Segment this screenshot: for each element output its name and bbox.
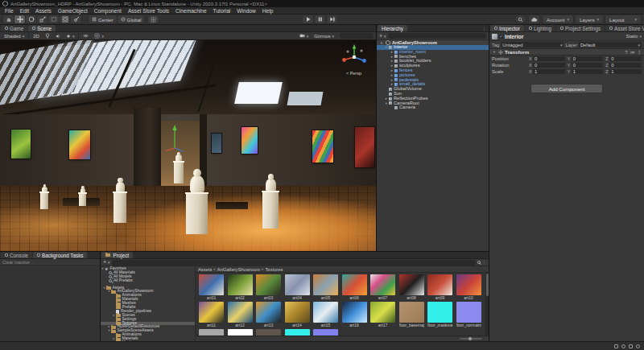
tab-inspector[interactable]: Inspector [490, 25, 524, 31]
clear-inactive-button[interactable]: Clear inactive [2, 260, 30, 265]
menu-item-window[interactable]: Window [233, 8, 258, 14]
panel-menu-icon[interactable]: ⋮ [482, 27, 487, 31]
menu-item-cinemachine[interactable]: Cinemachine [172, 8, 209, 14]
custom-tool-button[interactable] [71, 15, 81, 23]
account-dropdown[interactable]: Account▾ [543, 15, 573, 23]
asset-thumb-art11[interactable]: art11 [199, 302, 224, 327]
asset-thumb-art07[interactable]: art07 [370, 274, 395, 300]
tab-project[interactable]: Project [101, 252, 133, 258]
breadcrumb-segment-artgalleryshowroom[interactable]: ArtGalleryShowroom [217, 267, 260, 272]
asset-thumb-art13[interactable]: art13 [256, 302, 281, 327]
rotate-tool-button[interactable] [26, 15, 36, 23]
tab-background-tasks[interactable]: Background Tasks [33, 252, 87, 258]
static-dropdown[interactable]: Static ▾ [625, 34, 642, 39]
breadcrumb-segment-textures[interactable]: Textures [265, 267, 283, 272]
value-input[interactable]: 0 [572, 56, 604, 62]
presets-icon[interactable]: ≔ [630, 50, 635, 55]
orientation-gizmo[interactable] [341, 43, 368, 71]
project-search-input[interactable] [112, 260, 476, 266]
asset-thumb-art02[interactable]: art02 [228, 274, 253, 300]
asset-thumb-art08[interactable]: art08 [399, 274, 424, 300]
cloud-collab-button[interactable] [529, 15, 539, 23]
menu-item-asset-store-tools[interactable]: Asset Store Tools [125, 8, 172, 14]
asset-thumb-art16[interactable]: art16 [342, 302, 367, 327]
asset-thumb-art12[interactable]: art12 [228, 302, 253, 327]
step-button[interactable] [327, 15, 337, 23]
view-tool-button[interactable] [3, 15, 14, 23]
asset-thumb-art01[interactable]: art01 [199, 274, 224, 300]
grid-snap-button[interactable] [148, 15, 159, 23]
scale-tool-button[interactable] [37, 15, 47, 23]
perspective-label[interactable]: < Persp [346, 71, 361, 76]
scene-lighting-toggle[interactable] [43, 33, 52, 39]
value-input[interactable]: 1 [533, 69, 565, 75]
scene-effects-dropdown[interactable]: ▾ [64, 33, 76, 39]
asset-thumb-art09[interactable]: art09 [427, 274, 452, 300]
asset-thumb-art04[interactable]: art04 [285, 274, 310, 300]
menu-item-assets[interactable]: Assets [32, 8, 55, 14]
active-checkbox[interactable]: ✓ [499, 35, 503, 39]
asset-thumb-art05[interactable]: art05 [313, 274, 338, 300]
transform-component-header[interactable]: ▾ Transform ? ≔ ⋮ [489, 48, 644, 56]
tag-dropdown[interactable]: Untagged ▾ [501, 42, 564, 47]
value-input[interactable]: 0 [609, 56, 642, 62]
asset-thumb-floor-basemap[interactable]: floor_basemap [399, 302, 424, 327]
expand-arrow-icon[interactable]: ▾ [492, 50, 497, 54]
value-input[interactable]: 0 [533, 63, 565, 68]
2d-toggle[interactable]: 2D [31, 33, 41, 39]
value-input[interactable]: 0 [533, 56, 565, 62]
layout-dropdown[interactable]: Layout▾ [605, 15, 641, 23]
asset-thumb-floor-normalmap[interactable]: floor_normalmap [456, 302, 481, 327]
asset-thumb-art03[interactable]: art03 [256, 274, 281, 300]
panel-menu-icon[interactable]: ⋮ [482, 260, 487, 265]
value-input[interactable]: 1 [609, 69, 642, 75]
collab-status-icon[interactable] [636, 344, 640, 348]
activity-status-icon[interactable] [629, 344, 633, 348]
menu-item-gameobject[interactable]: GameObject [55, 8, 91, 14]
scene-search-input[interactable] [340, 33, 374, 39]
gizmos-dropdown[interactable]: Gizmos ▾ [312, 33, 336, 39]
component-menu-icon[interactable]: ⋮ [638, 50, 642, 55]
layers-dropdown[interactable]: Layers▾ [576, 15, 603, 23]
menu-item-file[interactable]: File [2, 8, 17, 14]
scene-audio-toggle[interactable] [54, 33, 62, 39]
asset-thumb-art10[interactable]: art10 [456, 274, 481, 300]
console-status-icon[interactable] [614, 344, 618, 348]
scrollbar-thumb[interactable] [486, 274, 489, 296]
asset-thumb-art06[interactable]: art06 [342, 274, 367, 300]
rect-tool-button[interactable] [48, 15, 59, 23]
search-button[interactable] [515, 15, 526, 23]
tab-scene[interactable]: Scene [28, 25, 56, 31]
hierarchy-item-camera[interactable]: Camera [377, 105, 489, 110]
scene-visibility-toggle[interactable] [81, 33, 90, 39]
scene-viewport[interactable]: < Persp [0, 40, 376, 251]
value-input[interactable]: 0 [572, 63, 604, 68]
menu-item-edit[interactable]: Edit [17, 8, 32, 14]
asset-thumb-floor-maskmap[interactable]: floor_maskmap [427, 302, 452, 327]
help-icon[interactable]: ? [625, 50, 627, 55]
thumbnail-size-slider[interactable] [460, 338, 482, 340]
scrollbar[interactable] [485, 273, 489, 336]
tab-project-settings[interactable]: Project Settings [556, 25, 605, 31]
play-button[interactable] [303, 15, 313, 23]
tab-console[interactable]: Console [1, 252, 32, 258]
tab-game[interactable]: Game [1, 25, 27, 31]
move-tool-button[interactable] [14, 15, 25, 23]
add-component-button[interactable]: Add Component [531, 84, 602, 93]
menu-item-component[interactable]: Component [91, 8, 125, 14]
menu-item-tutorial[interactable]: Tutorial [210, 8, 234, 14]
progress-status-icon[interactable] [621, 344, 625, 348]
tab-hierarchy[interactable]: Hierarchy [378, 25, 407, 31]
slider-knob[interactable] [469, 337, 472, 340]
scene-camera-dropdown[interactable]: ▾ [298, 33, 311, 39]
pivot-toggle-button[interactable]: Center [89, 15, 117, 23]
menu-item-help[interactable]: Help [259, 8, 277, 14]
hierarchy-search-input[interactable] [388, 33, 486, 39]
expand-arrow-icon[interactable]: ▾ [379, 41, 384, 45]
breadcrumb-segment-assets[interactable]: Assets [198, 267, 212, 272]
tab-lighting[interactable]: Lighting [525, 25, 555, 31]
gameobject-name[interactable]: Interior [505, 34, 624, 39]
value-input[interactable]: 1 [572, 69, 604, 75]
asset-thumb-art17[interactable]: art17 [370, 302, 395, 327]
layer-dropdown[interactable]: Default ▾ [579, 42, 642, 47]
